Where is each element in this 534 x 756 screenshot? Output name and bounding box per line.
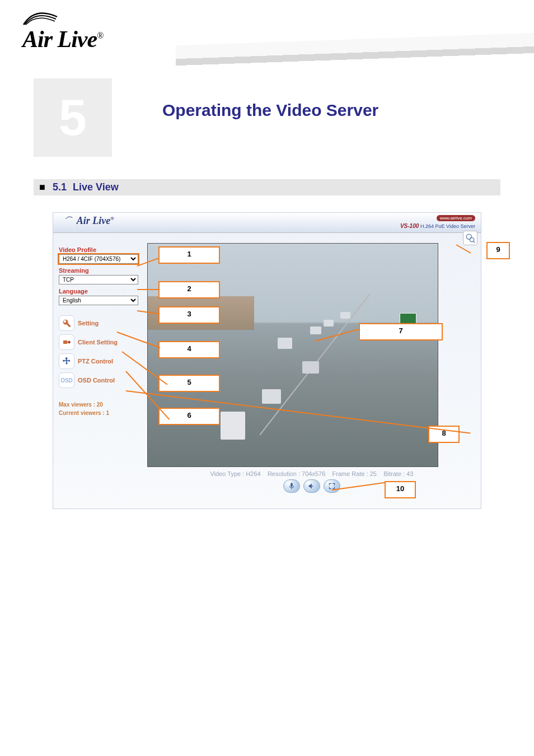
control-button-row (147, 479, 476, 493)
page-header: Air Live® (0, 0, 534, 78)
svg-rect-0 (63, 340, 68, 344)
ptz-icon (59, 353, 74, 369)
streaming-select[interactable]: TCP (59, 275, 138, 284)
video-info-line: Video Type : H264 Resolution : 704x576 F… (147, 470, 476, 477)
model-label: VS-100 H.264 PoE Video Server (400, 223, 475, 229)
magnifier-icon (465, 233, 475, 243)
setting-button[interactable]: Setting (59, 315, 138, 331)
setting-button-label: Setting (78, 320, 99, 326)
chapter-number-box: 5 (34, 78, 112, 157)
callout-9: 9 (486, 242, 510, 259)
chapter-number: 5 (59, 89, 87, 147)
current-viewers: Current viewers : 1 (59, 409, 138, 417)
mic-button[interactable] (283, 479, 300, 493)
section-heading: ■ 5.1 Live View (34, 179, 500, 195)
record-icon (59, 334, 74, 350)
section-title: Live View (73, 181, 119, 193)
streaming-label: Streaming (59, 267, 138, 274)
screenshot-logo: Air Live® (65, 215, 114, 227)
digital-zoom-button[interactable] (463, 231, 477, 245)
chapter-title: Operating the Video Server (162, 101, 378, 120)
speaker-icon (308, 482, 316, 490)
video-profile-label: Video Profile (59, 246, 138, 253)
callout-leader (137, 289, 160, 290)
callout-3: 3 (158, 306, 220, 324)
osd-control-button-label: OSD Control (78, 377, 115, 384)
client-setting-button[interactable]: Client Setting (59, 334, 138, 350)
microphone-icon (288, 482, 296, 490)
callout-5: 5 (158, 375, 220, 392)
svg-line-4 (473, 241, 475, 242)
side-panel: Video Profile H264 / 4CIF (704X576) Stre… (53, 233, 144, 508)
ui-screenshot: Air Live® www.airlive.com VS-100 H.264 P… (53, 212, 481, 509)
video-profile-select[interactable]: H264 / 4CIF (704X576) (59, 254, 138, 264)
section-number: 5.1 (53, 181, 67, 193)
wrench-icon (59, 315, 74, 331)
max-viewers: Max viewers : 20 (59, 400, 138, 409)
client-setting-button-label: Client Setting (78, 339, 118, 346)
fullscreen-button[interactable] (324, 479, 340, 493)
logo-text: Air Live® (22, 26, 103, 53)
callout-1: 1 (158, 246, 220, 264)
language-label: Language (59, 288, 138, 295)
logo-arc-icon (22, 11, 67, 26)
osd-control-button[interactable]: OSD OSD Control (59, 372, 138, 388)
language-select[interactable]: English (59, 296, 138, 305)
osd-icon: OSD (59, 372, 74, 388)
viewer-info: Max viewers : 20 Current viewers : 1 (59, 400, 138, 417)
callout-7: 7 (359, 323, 443, 340)
main-area: Video Type : H264 Resolution : 704x576 F… (144, 233, 481, 508)
callout-4: 4 (158, 341, 220, 358)
callout-10: 10 (385, 481, 416, 498)
speaker-button[interactable] (303, 479, 320, 493)
svg-point-1 (68, 341, 71, 344)
callout-2: 2 (158, 281, 220, 298)
svg-point-2 (466, 234, 471, 239)
url-badge[interactable]: www.airlive.com (437, 215, 475, 221)
ptz-control-button-label: PTZ Control (78, 358, 113, 365)
screenshot-topbar: Air Live® www.airlive.com VS-100 H.264 P… (53, 213, 481, 233)
